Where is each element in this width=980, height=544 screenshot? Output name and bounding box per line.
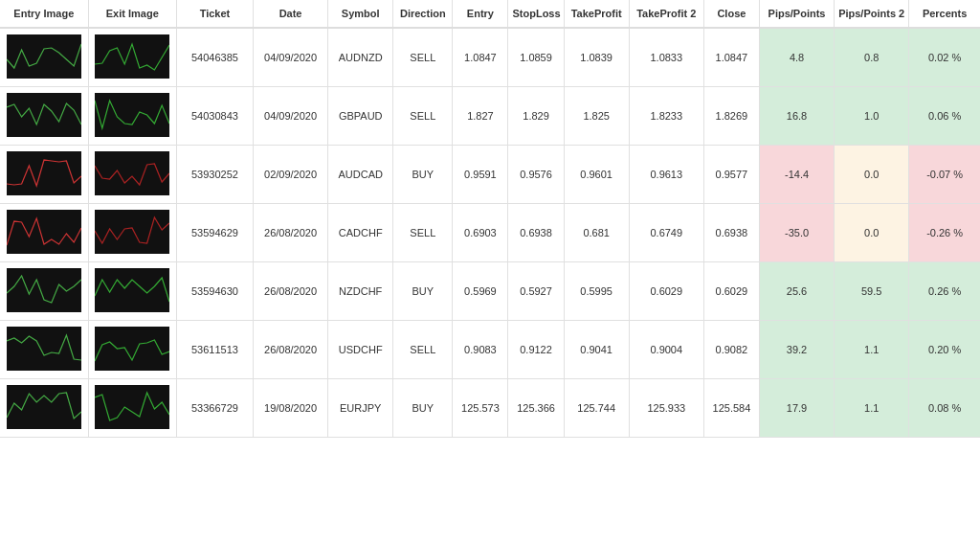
ticket-cell: 53366729 bbox=[176, 379, 253, 438]
header-entry-image: Entry Image bbox=[0, 0, 88, 28]
symbol-cell: NZDCHF bbox=[328, 262, 393, 321]
table-row: 5361151326/08/2020USDCHFSELL0.90830.9122… bbox=[0, 321, 980, 379]
pips2-cell: 1.0 bbox=[835, 87, 909, 146]
close-cell: 1.8269 bbox=[703, 87, 759, 146]
close-cell: 0.6938 bbox=[703, 204, 759, 262]
symbol-cell: AUDCAD bbox=[328, 146, 393, 204]
pips2-cell: 59.5 bbox=[835, 262, 909, 321]
table-row: 5359463026/08/2020NZDCHFBUY0.59690.59270… bbox=[0, 262, 980, 321]
percents-cell: -0.26 % bbox=[909, 204, 980, 262]
stoploss-cell: 1.0859 bbox=[508, 28, 564, 87]
direction-cell: BUY bbox=[393, 262, 453, 321]
entry-image-cell bbox=[0, 379, 88, 438]
takeprofit-cell: 0.9041 bbox=[564, 321, 629, 379]
exit-chart-thumb bbox=[95, 34, 169, 79]
takeprofit2-cell: 0.6749 bbox=[629, 204, 703, 262]
entry-chart-thumb bbox=[7, 327, 81, 371]
entry-chart-thumb bbox=[7, 268, 81, 312]
takeprofit-cell: 0.5995 bbox=[564, 262, 629, 321]
exit-chart-thumb bbox=[95, 327, 169, 371]
date-cell: 04/09/2020 bbox=[254, 28, 328, 87]
symbol-cell: CADCHF bbox=[328, 204, 393, 262]
pips-cell: 25.6 bbox=[759, 262, 834, 321]
date-cell: 04/09/2020 bbox=[254, 87, 328, 146]
percents-cell: -0.07 % bbox=[909, 146, 980, 204]
symbol-cell: USDCHF bbox=[328, 321, 393, 379]
svg-rect-0 bbox=[7, 34, 81, 79]
header-date: Date bbox=[254, 0, 328, 28]
exit-chart-thumb bbox=[95, 93, 169, 137]
takeprofit-cell: 1.0839 bbox=[564, 28, 629, 87]
svg-rect-7 bbox=[95, 210, 169, 254]
date-cell: 26/08/2020 bbox=[254, 321, 328, 379]
takeprofit-cell: 0.681 bbox=[564, 204, 629, 262]
exit-image-cell bbox=[88, 262, 176, 321]
takeprofit2-cell: 0.9613 bbox=[629, 146, 703, 204]
takeprofit2-cell: 0.6029 bbox=[629, 262, 703, 321]
pips2-cell: 0.0 bbox=[835, 146, 909, 204]
entry-image-cell bbox=[0, 28, 88, 87]
table-row: 5403084304/09/2020GBPAUDSELL1.8271.8291.… bbox=[0, 87, 980, 146]
header-close: Close bbox=[703, 0, 759, 28]
table-row: 5336672919/08/2020EURJPYBUY125.573125.36… bbox=[0, 379, 980, 438]
header-percents: Percents bbox=[909, 0, 980, 28]
exit-image-cell bbox=[88, 204, 176, 262]
symbol-cell: AUDNZD bbox=[328, 28, 393, 87]
pips2-cell: 1.1 bbox=[835, 379, 909, 438]
takeprofit2-cell: 1.0833 bbox=[629, 28, 703, 87]
svg-rect-9 bbox=[95, 268, 169, 312]
pips2-cell: 1.1 bbox=[835, 321, 909, 379]
ticket-cell: 53594630 bbox=[176, 262, 253, 321]
percents-cell: 0.02 % bbox=[909, 28, 980, 87]
svg-rect-2 bbox=[7, 93, 81, 137]
entry-image-cell bbox=[0, 321, 88, 379]
stoploss-cell: 0.9576 bbox=[508, 146, 564, 204]
ticket-cell: 54030843 bbox=[176, 87, 253, 146]
pips-cell: -35.0 bbox=[759, 204, 834, 262]
date-cell: 19/08/2020 bbox=[254, 379, 328, 438]
table-row: 5404638504/09/2020AUDNZDSELL1.08471.0859… bbox=[0, 28, 980, 87]
exit-image-cell bbox=[88, 379, 176, 438]
entry-cell: 125.573 bbox=[453, 379, 508, 438]
direction-cell: BUY bbox=[393, 379, 453, 438]
header-takeprofit2: TakeProfit 2 bbox=[629, 0, 703, 28]
header-ticket: Ticket bbox=[176, 0, 253, 28]
stoploss-cell: 0.9122 bbox=[508, 321, 564, 379]
header-entry: Entry bbox=[453, 0, 508, 28]
header-symbol: Symbol bbox=[328, 0, 393, 28]
exit-image-cell bbox=[88, 146, 176, 204]
close-cell: 0.9577 bbox=[703, 146, 759, 204]
percents-cell: 0.08 % bbox=[909, 379, 980, 438]
percents-cell: 0.26 % bbox=[909, 262, 980, 321]
header-direction: Direction bbox=[393, 0, 453, 28]
header-exit-image: Exit Image bbox=[88, 0, 176, 28]
entry-chart-thumb bbox=[7, 34, 81, 79]
entry-image-cell bbox=[0, 146, 88, 204]
percents-cell: 0.20 % bbox=[909, 321, 980, 379]
exit-image-cell bbox=[88, 28, 176, 87]
pips-cell: 17.9 bbox=[759, 379, 834, 438]
header-takeprofit: TakeProfit bbox=[564, 0, 629, 28]
pips-cell: 16.8 bbox=[759, 87, 834, 146]
direction-cell: SELL bbox=[393, 204, 453, 262]
header-stoploss: StopLoss bbox=[508, 0, 564, 28]
stoploss-cell: 0.6938 bbox=[508, 204, 564, 262]
pips-cell: 39.2 bbox=[759, 321, 834, 379]
entry-cell: 0.9591 bbox=[453, 146, 508, 204]
pips2-cell: 0.0 bbox=[835, 204, 909, 262]
exit-chart-thumb bbox=[95, 385, 169, 429]
symbol-cell: GBPAUD bbox=[328, 87, 393, 146]
entry-cell: 0.9083 bbox=[453, 321, 508, 379]
header-pips: Pips/Points bbox=[759, 0, 834, 28]
takeprofit2-cell: 1.8233 bbox=[629, 87, 703, 146]
table-row: 5393025202/09/2020AUDCADBUY0.95910.95760… bbox=[0, 146, 980, 204]
entry-cell: 0.6903 bbox=[453, 204, 508, 262]
entry-image-cell bbox=[0, 204, 88, 262]
pips2-cell: 0.8 bbox=[835, 28, 909, 87]
entry-image-cell bbox=[0, 262, 88, 321]
close-cell: 1.0847 bbox=[703, 28, 759, 87]
ticket-cell: 54046385 bbox=[176, 28, 253, 87]
exit-chart-thumb bbox=[95, 268, 169, 312]
direction-cell: SELL bbox=[393, 87, 453, 146]
header-pips2: Pips/Points 2 bbox=[835, 0, 909, 28]
